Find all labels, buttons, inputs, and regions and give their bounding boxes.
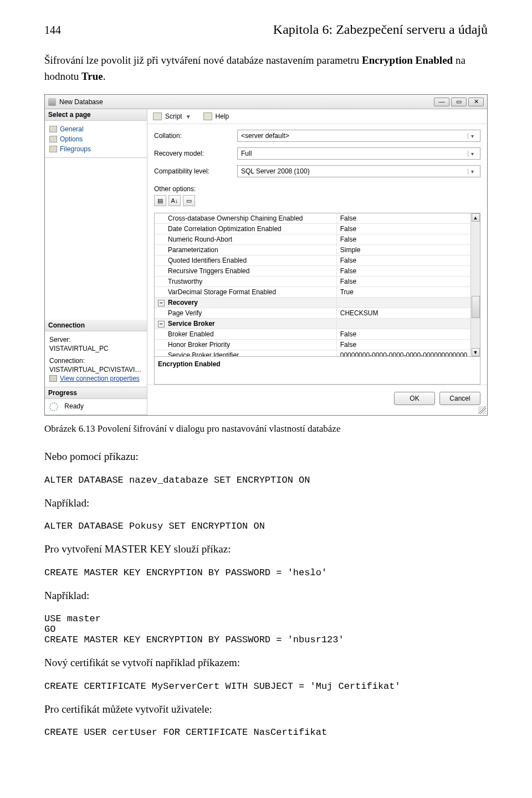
recovery-model-value: Full	[241, 150, 468, 157]
compatibility-level-label: Compatibility level:	[154, 167, 237, 175]
connection-panel: Server: VISTAVIRTUAL_PC Connection: VIST…	[45, 331, 147, 387]
help-button[interactable]: Help	[216, 112, 229, 120]
maximize-button[interactable]: ▭	[451, 98, 467, 106]
server-label: Server:	[49, 336, 142, 344]
sidebar-page-filegroups[interactable]: Filegroups	[49, 144, 142, 154]
chapter-title: Kapitola 6: Zabezpečení serveru a údajů	[273, 22, 488, 37]
page-number: 144	[44, 24, 61, 37]
prop-row[interactable]: Honor Broker PriorityFalse	[155, 340, 480, 350]
ok-button[interactable]: OK	[394, 392, 435, 405]
prop-key: Trustworthy	[155, 277, 337, 287]
page-header: 144 Kapitola 6: Zabezpečení serveru a úd…	[44, 22, 488, 37]
prop-value: False	[337, 340, 480, 350]
prop-key: Recursive Triggers Enabled	[155, 266, 337, 276]
prop-value: False	[337, 213, 480, 223]
prop-value: False	[337, 266, 480, 276]
sidebar-page-label: Options	[60, 135, 83, 143]
scroll-down-icon[interactable]: ▼	[472, 348, 480, 356]
resize-grip-icon[interactable]	[478, 406, 486, 414]
prop-value: Simple	[337, 245, 480, 255]
script-button[interactable]: Script	[165, 112, 182, 120]
progress-panel: Ready	[45, 399, 147, 415]
page-icon	[49, 136, 57, 142]
prop-row[interactable]: Date Correlation Optimization EnabledFal…	[155, 224, 480, 234]
prop-key: VarDecimal Storage Format Enabled	[155, 287, 337, 297]
scroll-up-icon[interactable]: ▲	[472, 213, 480, 222]
code-block: CREATE USER certUser FOR CERTIFICATE Nas…	[44, 727, 488, 738]
prop-value: False	[337, 224, 480, 234]
dialog-title: New Database	[59, 98, 103, 106]
progress-status: Ready	[64, 402, 84, 410]
prop-row[interactable]: ParameterizationSimple	[155, 245, 480, 255]
prop-value: True	[337, 287, 480, 297]
category-recovery[interactable]: −Recovery	[155, 298, 480, 308]
script-dropdown-icon[interactable]: ▼	[186, 114, 191, 120]
scroll-thumb[interactable]	[472, 296, 480, 318]
script-icon	[153, 112, 162, 120]
paragraph: Pro vytvoření MASTER KEY slouží příkaz:	[44, 541, 488, 557]
properties-button[interactable]: ▭	[183, 195, 195, 206]
paragraph: Nový certifikát se vytvoří například pří…	[44, 655, 488, 671]
other-options-label: Other options:	[154, 185, 480, 193]
prop-page-verify[interactable]: Page VerifyCHECKSUM	[155, 308, 480, 319]
paragraph: Například:	[44, 495, 488, 511]
dialog-titlebar[interactable]: New Database — ▭ ✕	[45, 95, 487, 109]
select-page-header: Select a page	[45, 109, 147, 121]
chevron-down-icon: ▾	[468, 133, 477, 139]
recovery-model-label: Recovery model:	[154, 150, 237, 157]
code-block: ALTER DATABASE nazev_databaze SET ENCRYP…	[44, 475, 488, 485]
property-grid[interactable]: Cross-database Ownership Chaining Enable…	[154, 213, 480, 357]
intro-text-3: .	[103, 70, 106, 82]
properties-icon	[49, 375, 57, 382]
categorized-button[interactable]: ▤	[154, 195, 166, 206]
prop-row[interactable]: Broker EnabledFalse	[155, 329, 480, 340]
page-icon	[49, 146, 57, 152]
minimize-button[interactable]: —	[434, 98, 449, 106]
sidebar-page-general[interactable]: General	[49, 124, 142, 134]
prop-row[interactable]: Service Broker Identifier00000000-0000-0…	[155, 350, 480, 356]
compatibility-level-combo[interactable]: SQL Server 2008 (100) ▾	[237, 165, 480, 177]
server-value: VISTAVIRTUAL_PC	[49, 345, 142, 352]
recovery-model-combo[interactable]: Full ▾	[237, 147, 480, 160]
cat-label: Service Broker	[168, 320, 215, 328]
sidebar-page-label: Filegroups	[60, 145, 91, 153]
prop-key: Cross-database Ownership Chaining Enable…	[155, 213, 337, 223]
paragraph: Nebo pomocí příkazu:	[44, 449, 488, 465]
collation-combo[interactable]: <server default> ▾	[237, 130, 480, 142]
code-block: ALTER DATABASE Pokusy SET ENCRYPTION ON	[44, 521, 488, 531]
prop-row[interactable]: Cross-database Ownership Chaining Enable…	[155, 213, 480, 224]
view-connection-properties-link[interactable]: View connection properties	[49, 375, 142, 382]
prop-row[interactable]: Recursive Triggers EnabledFalse	[155, 266, 480, 277]
dialog-toolbar: Script ▼ Help	[147, 109, 487, 124]
cancel-button[interactable]: Cancel	[439, 392, 480, 405]
prop-key: Service Broker Identifier	[155, 350, 337, 356]
close-button[interactable]: ✕	[468, 98, 484, 106]
figure-caption: Obrázek 6.13 Povolení šifrování v dialog…	[44, 423, 488, 434]
intro-text-1: Šifrování lze povolit již při vytváření …	[44, 54, 362, 66]
alpha-sort-button[interactable]: A↓	[168, 195, 181, 206]
intro-paragraph: Šifrování lze povolit již při vytváření …	[44, 53, 488, 84]
code-block: CREATE MASTER KEY ENCRYPTION BY PASSWORD…	[44, 567, 488, 578]
prop-key: Broker Enabled	[155, 329, 337, 339]
prop-row[interactable]: VarDecimal Storage Format EnabledTrue	[155, 287, 480, 298]
paragraph: Například:	[44, 588, 488, 604]
connection-header: Connection	[45, 320, 147, 331]
cat-label: Recovery	[168, 299, 198, 306]
paragraph: Pro certifikát můžete vytvořit uživatele…	[44, 702, 488, 718]
prop-row[interactable]: Numeric Round-AbortFalse	[155, 234, 480, 245]
vertical-scrollbar[interactable]: ▲ ▼	[470, 213, 480, 356]
category-service-broker[interactable]: −Service Broker	[155, 319, 480, 329]
view-connection-properties-label: View connection properties	[60, 375, 140, 382]
sidebar-page-options[interactable]: Options	[49, 134, 142, 144]
intro-bold-2: True	[81, 70, 103, 82]
collation-label: Collation:	[154, 132, 237, 140]
connection-value: VISTAVIRTUAL_PC\VISTAVIRTl	[49, 366, 142, 374]
sidebar-page-label: General	[60, 125, 84, 133]
help-icon	[203, 112, 212, 120]
prop-value: False	[337, 255, 480, 265]
database-icon	[48, 98, 56, 106]
prop-row[interactable]: TrustworthyFalse	[155, 277, 480, 287]
prop-row[interactable]: Quoted Identifiers EnabledFalse	[155, 255, 480, 266]
progress-header: Progress	[45, 387, 147, 399]
prop-key: Parameterization	[155, 245, 337, 255]
